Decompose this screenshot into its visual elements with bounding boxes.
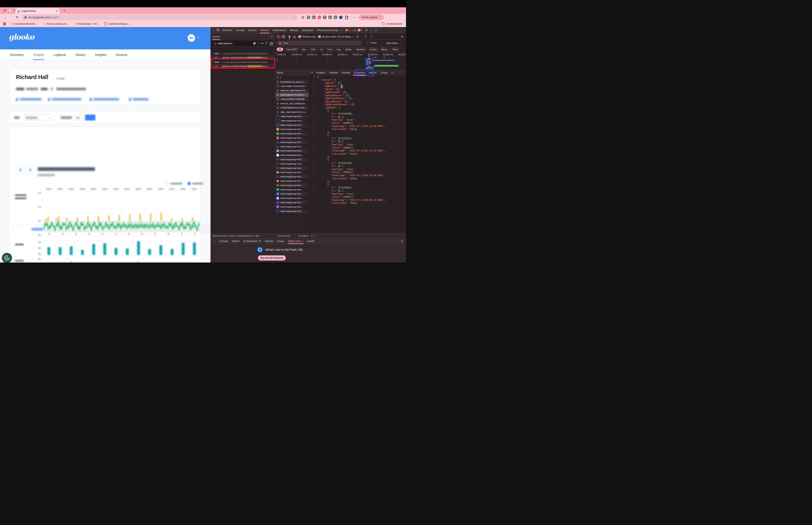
filter-chip-manifest[interactable]: Manifest	[354, 48, 367, 51]
check-extension-icon[interactable]: ✓	[339, 16, 342, 19]
request-tab-response[interactable]: Response	[352, 70, 367, 75]
network-request-row[interactable]: ▶fda6cd35495c75f83508…	[275, 97, 309, 101]
filter-chip-media[interactable]: Media	[343, 48, 353, 51]
disable-cache-checkbox[interactable]: ✓Disable cache	[318, 35, 337, 38]
extension-j-icon[interactable]: J	[312, 16, 316, 19]
network-request-row[interactable]: data:image/svg+xml;…	[275, 166, 309, 170]
network-request-row[interactable]: data:image/svg+xml;…	[275, 127, 309, 132]
network-request-row[interactable]: data:image/svg+xml;…	[275, 179, 309, 183]
pretty-print-icon[interactable]: { }	[311, 235, 315, 237]
network-request-row[interactable]: data:image/svg+xml;…	[275, 123, 309, 127]
filter-chip-js[interactable]: JS	[318, 48, 324, 51]
preserve-log-checkbox[interactable]: ✓Preserve log	[298, 35, 315, 38]
network-request-row[interactable]: data:image/svg+xml;…	[275, 114, 309, 119]
filter-chip-wasm[interactable]: Wasm	[380, 48, 389, 51]
network-request-row[interactable]: data:image/png;base…	[275, 149, 309, 153]
drawer-close-icon[interactable]: ✕	[400, 240, 404, 243]
cookie-consent-icon[interactable]	[2, 253, 12, 262]
network-request-row[interactable]: data:image/png;base…	[275, 153, 309, 157]
filter-chip-img[interactable]: Img	[335, 48, 342, 51]
tab-search-icon[interactable]: ⌄	[400, 9, 402, 12]
prev-date-button[interactable]	[16, 165, 25, 175]
search-refresh-icon[interactable]: ↻	[264, 42, 269, 45]
new-tab-button[interactable]: +	[63, 9, 65, 13]
filter-chip-css[interactable]: CSS	[309, 48, 317, 51]
devtools-menu-icon[interactable]: ⋮	[369, 29, 374, 32]
more-tabs-icon[interactable]: »	[340, 29, 344, 32]
network-settings-gear-icon[interactable]: ⚙	[400, 35, 404, 38]
drawer-tab-autofill[interactable]: Autofill	[305, 238, 316, 244]
devtools-tab-application[interactable]: Application	[300, 27, 315, 33]
search-clear-icon[interactable]	[270, 42, 273, 45]
filter-chip-font[interactable]: Font	[326, 48, 334, 51]
invert-checkbox[interactable]: Invert	[367, 42, 377, 44]
devtools-tab-elements[interactable]: Elements	[220, 27, 234, 33]
filter-chip-other[interactable]: Other	[390, 48, 400, 51]
network-search-icon[interactable]	[293, 35, 295, 38]
close-window-icon[interactable]	[3, 9, 6, 12]
network-request-row[interactable]: {}exercise_data?patient=e…	[275, 88, 309, 93]
search-result-match[interactable]: URL…glooko.com/api/v3/graph/data?patient…	[211, 56, 275, 60]
network-request-row[interactable]: {}list?patient=eu-west-1-t…	[275, 80, 309, 84]
network-request-row[interactable]: data:image/svg+xml;…	[275, 136, 309, 140]
filter-input[interactable]: Filter	[277, 41, 362, 46]
drawer-tab-ai-assistance[interactable]: AI assistance⚗	[242, 238, 263, 244]
search-close-icon[interactable]: ✕	[271, 35, 273, 38]
network-request-row[interactable]: data:image/svg+xml;…	[275, 162, 309, 166]
warning-badge[interactable]: ⚠16	[351, 29, 356, 31]
nav-item-logbook[interactable]: Logbook	[53, 49, 66, 60]
bug-extension-icon[interactable]	[301, 16, 305, 19]
devtools-close-icon[interactable]: ✕	[374, 29, 378, 32]
request-tab-timing[interactable]: Timing	[379, 70, 389, 75]
close-request-icon[interactable]: ✕	[310, 70, 314, 75]
bookmark-star-icon[interactable]: ☆	[293, 16, 296, 19]
drawer-tab-console[interactable]: Console	[217, 238, 230, 244]
device-toolbar-icon[interactable]	[215, 29, 220, 32]
network-request-row[interactable]: data:image/svg+xml;…	[275, 200, 309, 205]
inspect-element-icon[interactable]: ⌖	[212, 29, 215, 32]
network-request-row[interactable]: data:image/svg+xml;…	[275, 145, 309, 149]
user-avatar[interactable]: RH	[188, 34, 195, 42]
devtools-tab-sources[interactable]: Sources	[246, 27, 259, 33]
network-request-row[interactable]: data:image/svg+xml;…	[275, 209, 309, 213]
drawer-tab-sensors[interactable]: Sensors	[263, 238, 275, 244]
network-request-row[interactable]: data:image/svg+xml;…	[275, 188, 309, 192]
nav-item-summary[interactable]: Summary	[10, 49, 24, 60]
extension-h-icon[interactable]: H	[307, 16, 310, 19]
search-result-file[interactable]: ▼data— eu.api.glooko.com/api/v3/graph/da…	[211, 60, 275, 64]
network-conditions-icon[interactable]: ⚙)	[355, 35, 360, 38]
apps-grid-icon[interactable]	[3, 22, 6, 25]
request-tab-headers[interactable]: Headers	[315, 70, 327, 75]
devtools-tab-memory[interactable]: Memory	[288, 27, 300, 33]
settings-gear-icon[interactable]: ⚙	[364, 29, 369, 32]
message-badge[interactable]: ✉2	[358, 29, 362, 31]
network-request-row[interactable]: {}daily_data?patient=eu-w…	[275, 110, 309, 114]
filter-chip-all[interactable]: All	[277, 48, 283, 51]
extension-t-icon[interactable]: T	[323, 16, 326, 19]
record-button[interactable]	[277, 35, 280, 39]
tab-close-icon[interactable]: ✕	[56, 10, 58, 13]
bookmark-item[interactable]: Earthtunnelling in…	[104, 22, 130, 25]
network-request-row[interactable]: data:image/svg+xml;…	[275, 131, 309, 136]
extensions-puzzle-icon[interactable]	[344, 15, 348, 19]
export-har-icon[interactable]: ↧	[369, 35, 374, 38]
filter-toggle-icon[interactable]	[288, 36, 291, 38]
search-result-file[interactable]: ▼data— eu.api.glooko.com/api/v3/graph/da…	[211, 51, 275, 56]
regex-toggle[interactable]: (.*)	[257, 42, 260, 44]
filter-chip-doc[interactable]: Doc	[300, 48, 308, 51]
forward-icon[interactable]: →	[8, 16, 14, 19]
site-settings-icon[interactable]	[24, 16, 27, 19]
drawer-tab-issues[interactable]: Issues	[275, 238, 286, 244]
network-request-row[interactable]: {}overall?patient=eu-west-…	[275, 106, 309, 110]
bookmark-item[interactable]: ★How to create a dr…	[43, 22, 69, 25]
chart-legend[interactable]	[165, 182, 203, 185]
nav-item-insights[interactable]: Insights	[95, 49, 107, 60]
filter-chip-socket[interactable]: Socket	[368, 48, 378, 51]
network-request-row[interactable]: {}data?patient=eu-west-1-…	[275, 93, 309, 97]
drawer-tab-search[interactable]: Search	[230, 238, 242, 244]
response-json-viewer[interactable]: 1{–"series": {–"bgHigh": [],–"bgNormal":…	[309, 75, 406, 233]
nav-item-devices[interactable]: Devices	[115, 49, 128, 60]
name-column-header[interactable]: Name	[275, 70, 309, 75]
back-icon[interactable]: ←	[2, 16, 8, 19]
see-all-features-button[interactable]: See all new features	[258, 255, 286, 260]
